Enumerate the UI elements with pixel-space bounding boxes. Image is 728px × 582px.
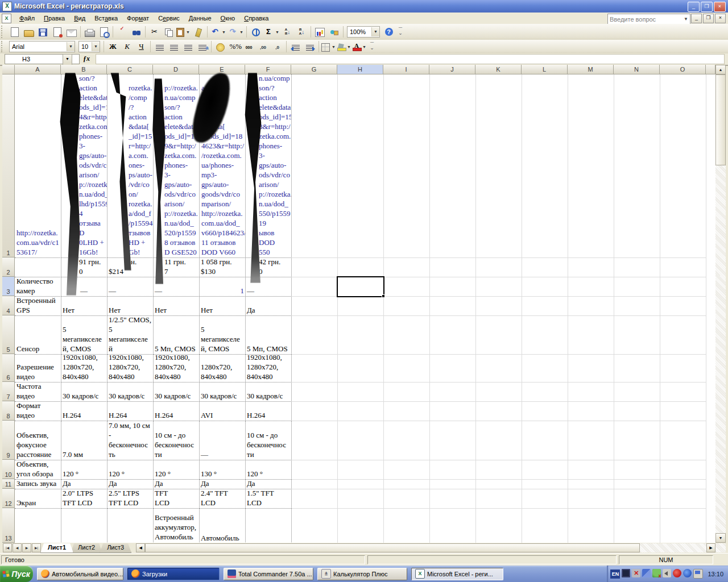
- column-header-J[interactable]: J: [429, 65, 475, 74]
- cell-O9[interactable]: [660, 421, 706, 460]
- cell-L5[interactable]: [522, 315, 568, 355]
- cell-O4[interactable]: [660, 296, 706, 316]
- format-painter-button[interactable]: [192, 26, 205, 38]
- taskbar-button-2[interactable]: Загрузки: [127, 568, 220, 580]
- messenger-icon[interactable]: [652, 569, 661, 577]
- save-button[interactable]: [36, 26, 49, 38]
- cell-N12[interactable]: [614, 489, 660, 509]
- row-header-7[interactable]: 7: [2, 382, 15, 401]
- cell-D6[interactable]: 1920x1080, 1280x720, 840x480: [153, 354, 200, 383]
- cell-L6[interactable]: [522, 354, 568, 383]
- cell-H8[interactable]: [337, 401, 384, 421]
- mail-button[interactable]: [65, 26, 78, 38]
- cell-G3[interactable]: [291, 277, 338, 297]
- cell-A11[interactable]: Запись звука: [15, 479, 61, 489]
- cell-G8[interactable]: [291, 401, 338, 421]
- row-header-1[interactable]: 1: [2, 74, 15, 257]
- menu-view[interactable]: Вид: [69, 14, 90, 23]
- horizontal-scroll-thumb[interactable]: [145, 543, 640, 552]
- redo-dropdown-icon[interactable]: ▼: [239, 30, 244, 34]
- cell-N13[interactable]: [614, 508, 660, 543]
- undo-button[interactable]: ▼: [210, 26, 226, 38]
- ati-icon[interactable]: [673, 569, 681, 577]
- cell-D4[interactable]: Нет: [153, 296, 200, 316]
- autosum-dropdown-icon[interactable]: ▼: [275, 30, 280, 34]
- cell-F6[interactable]: 1920x1080, 1280x720, 840x480: [245, 354, 292, 383]
- insert-function-icon[interactable]: ƒx: [83, 55, 90, 63]
- cell-O5[interactable]: [660, 315, 706, 355]
- cell-K7[interactable]: [475, 382, 522, 402]
- align-right-button[interactable]: [181, 40, 195, 53]
- font-color-dropdown-icon[interactable]: ▼: [362, 45, 367, 49]
- cell-D5[interactable]: 5 Мп, CMOS: [153, 315, 200, 355]
- paste-button[interactable]: ▼: [176, 26, 191, 38]
- cell-A2[interactable]: [15, 257, 61, 277]
- cell-M2[interactable]: [568, 257, 614, 277]
- cell-L10[interactable]: [522, 460, 568, 480]
- cell-I8[interactable]: [383, 401, 430, 421]
- menu-tools[interactable]: Сервис: [154, 14, 184, 23]
- cell-K9[interactable]: [475, 421, 522, 460]
- tab-prev-icon[interactable]: ◀: [13, 543, 22, 552]
- cell-E10[interactable]: 130 °: [199, 460, 246, 480]
- cell-M6[interactable]: [568, 354, 614, 383]
- cell-H5[interactable]: [337, 315, 384, 355]
- paste-dropdown-icon[interactable]: ▼: [185, 30, 191, 34]
- merge-center-button[interactable]: [196, 40, 209, 53]
- cell-C10[interactable]: 120 °: [107, 460, 154, 480]
- cell-L7[interactable]: [522, 382, 568, 402]
- cell-G12[interactable]: [291, 489, 338, 509]
- decrease-indent-button[interactable]: [289, 40, 302, 53]
- align-left-button[interactable]: [153, 40, 166, 53]
- cell-K1[interactable]: [475, 74, 522, 258]
- cell-E11[interactable]: Да: [199, 479, 246, 489]
- toolbar-grip[interactable]: [1, 41, 6, 52]
- menu-help[interactable]: Справка: [239, 14, 273, 23]
- formula-input[interactable]: [96, 54, 725, 64]
- cell-A5[interactable]: Сенсор: [15, 315, 61, 355]
- column-header-A[interactable]: A: [15, 65, 61, 74]
- select-all-corner[interactable]: [2, 65, 15, 74]
- row-header-11[interactable]: 11: [2, 479, 15, 489]
- cell-J13[interactable]: [429, 508, 476, 543]
- cell-B5[interactable]: 5 мегапикселе й, CMOS: [61, 315, 107, 355]
- cell-A7[interactable]: Частота видео: [15, 382, 61, 402]
- row-header-10[interactable]: 10: [2, 460, 15, 479]
- cell-I11[interactable]: [383, 479, 430, 489]
- toolbar-grip[interactable]: [1, 26, 6, 38]
- menu-file[interactable]: Файл: [15, 14, 39, 23]
- font-size-dropdown-icon[interactable]: ▼: [92, 42, 100, 51]
- underline-button[interactable]: Ч: [135, 40, 148, 53]
- cell-E6[interactable]: 1280x720, 840x480: [199, 354, 246, 383]
- zoom-dropdown-icon[interactable]: ▼: [371, 27, 379, 36]
- cell-G11[interactable]: [291, 479, 338, 489]
- scroll-right-icon[interactable]: ▶: [706, 543, 715, 552]
- cell-H1[interactable]: [337, 74, 384, 258]
- cell-G13[interactable]: [291, 508, 338, 543]
- network-icon[interactable]: [642, 569, 651, 577]
- cell-J1[interactable]: [429, 74, 476, 258]
- horizontal-scrollbar[interactable]: ◀ ▶: [136, 543, 726, 552]
- cell-N9[interactable]: [614, 421, 660, 460]
- cell-F13[interactable]: [245, 508, 292, 543]
- zoom-combo[interactable]: 100%▼: [347, 26, 380, 38]
- increase-indent-button[interactable]: [303, 40, 316, 53]
- cell-L8[interactable]: [522, 401, 568, 421]
- cell-A13[interactable]: [15, 508, 61, 543]
- cell-K6[interactable]: [475, 354, 522, 383]
- cell-E2[interactable]: 1 058 грн. $130: [199, 257, 246, 277]
- column-header-K[interactable]: K: [475, 65, 522, 74]
- cell-M1[interactable]: [568, 74, 614, 258]
- column-header-I[interactable]: I: [383, 65, 429, 74]
- taskbar-button-1[interactable]: Автомобильный видео...: [37, 568, 123, 580]
- cell-A9[interactable]: Объектив, фокусное расстояние: [15, 421, 61, 460]
- row-header-13[interactable]: 13: [2, 508, 15, 543]
- chart-wizard-button[interactable]: [313, 26, 326, 38]
- cell-A8[interactable]: Формат видео: [15, 401, 61, 421]
- fill-color-button[interactable]: ▼: [337, 40, 351, 53]
- cell-N6[interactable]: [614, 354, 660, 383]
- cell-K2[interactable]: [475, 257, 522, 277]
- align-center-button[interactable]: [167, 40, 180, 53]
- print-button[interactable]: [83, 26, 96, 38]
- toolbar-options-icon[interactable]: [397, 26, 404, 38]
